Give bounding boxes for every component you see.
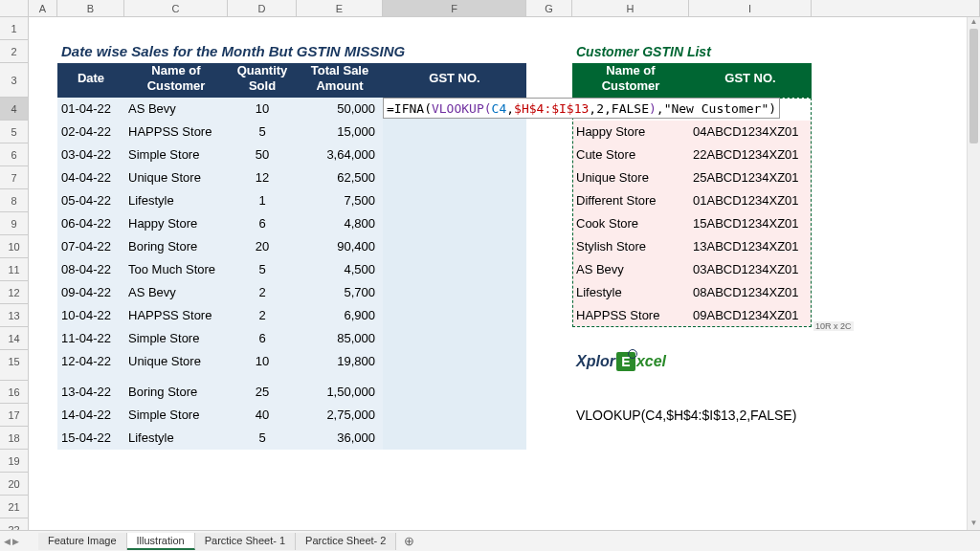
cell-I1[interactable] xyxy=(689,17,812,40)
cell-A18[interactable] xyxy=(29,427,57,450)
cell-F7[interactable] xyxy=(383,166,526,189)
cell-E18[interactable]: 36,000 xyxy=(297,427,383,450)
cell-G15[interactable] xyxy=(526,350,572,381)
cell-C8[interactable]: Lifestyle xyxy=(124,189,228,212)
col-header-G[interactable]: G xyxy=(526,0,572,16)
cell-C10[interactable]: Boring Store xyxy=(124,235,228,258)
cell-I8[interactable]: 01ABCD1234XZ01 xyxy=(689,189,812,212)
cell-E8[interactable]: 7,500 xyxy=(297,189,383,212)
cell-B18[interactable]: 15-04-22 xyxy=(57,427,124,450)
cell-C6[interactable]: Simple Store xyxy=(124,143,228,166)
cell-D17[interactable]: 40 xyxy=(228,404,297,427)
cell-G14[interactable] xyxy=(526,327,572,350)
row-header-8[interactable]: 8 xyxy=(0,189,29,212)
cell-D5[interactable]: 5 xyxy=(228,121,297,143)
cell-E2[interactable] xyxy=(297,40,383,63)
cell-B14[interactable]: 11-04-22 xyxy=(57,327,124,350)
cell-B21[interactable] xyxy=(57,496,124,518)
cell-C9[interactable]: Happy Store xyxy=(124,212,228,235)
cell-B8[interactable]: 05-04-22 xyxy=(57,189,124,212)
cell-C19[interactable] xyxy=(124,450,228,473)
cell-C2[interactable] xyxy=(124,40,228,63)
sheet-tab[interactable]: Parctice Sheet- 1 xyxy=(195,533,296,550)
sheet-tab[interactable]: Illustration xyxy=(127,533,195,550)
scroll-thumb[interactable] xyxy=(969,29,978,143)
cell-A12[interactable] xyxy=(29,281,57,304)
cell-H20[interactable] xyxy=(572,473,689,496)
cell-G5[interactable] xyxy=(526,121,572,143)
cell-I14[interactable] xyxy=(689,327,812,350)
cell-I13[interactable]: 09ABCD1234XZ01 xyxy=(689,304,812,327)
add-sheet-button[interactable]: ⊕ xyxy=(396,532,422,550)
cell-E17[interactable]: 2,75,000 xyxy=(297,404,383,427)
cell-F13[interactable] xyxy=(383,304,526,327)
cell-D15[interactable]: 10 xyxy=(228,350,297,381)
cell-F20[interactable] xyxy=(383,473,526,496)
cell-I19[interactable] xyxy=(689,450,812,473)
cell-H13[interactable]: HAPPSS Store xyxy=(572,304,689,327)
cell-C14[interactable]: Simple Store xyxy=(124,327,228,350)
cell-G17[interactable] xyxy=(526,404,572,427)
col-header-H[interactable]: H xyxy=(572,0,689,16)
col-header-F[interactable]: F xyxy=(383,0,526,16)
cell-G11[interactable] xyxy=(526,258,572,281)
cell-A2[interactable] xyxy=(29,40,57,63)
cell-I9[interactable]: 15ABCD1234XZ01 xyxy=(689,212,812,235)
cell-D7[interactable]: 12 xyxy=(228,166,297,189)
cell-H7[interactable]: Unique Store xyxy=(572,166,689,189)
cell-D6[interactable]: 50 xyxy=(228,143,297,166)
cell-B13[interactable]: 10-04-22 xyxy=(57,304,124,327)
row-header-16[interactable]: 16 xyxy=(0,381,29,404)
cell-F5[interactable] xyxy=(383,121,526,143)
cell-I18[interactable] xyxy=(689,427,812,450)
row-header-2[interactable]: 2 xyxy=(0,40,29,63)
cell-F21[interactable] xyxy=(383,496,526,518)
row-header-19[interactable]: 19 xyxy=(0,450,29,473)
cell-I11[interactable]: 03ABCD1234XZ01 xyxy=(689,258,812,281)
cell-G2[interactable] xyxy=(526,40,572,63)
cell-B3[interactable]: Date xyxy=(57,63,124,98)
cell-H14[interactable] xyxy=(572,327,689,350)
cell-I7[interactable]: 25ABCD1234XZ01 xyxy=(689,166,812,189)
sheet-tab[interactable]: Parctice Sheet- 2 xyxy=(296,533,396,550)
cell-D18[interactable]: 5 xyxy=(228,427,297,450)
row-header-21[interactable]: 21 xyxy=(0,496,29,518)
row-header-18[interactable]: 18 xyxy=(0,427,29,450)
cell-F9[interactable] xyxy=(383,212,526,235)
cell-G18[interactable] xyxy=(526,427,572,450)
cell-I15[interactable] xyxy=(689,350,812,381)
cell-H9[interactable]: Cook Store xyxy=(572,212,689,235)
cell-D21[interactable] xyxy=(228,496,297,518)
cell-H18[interactable] xyxy=(572,427,689,450)
cell-G19[interactable] xyxy=(526,450,572,473)
cell-C7[interactable]: Unique Store xyxy=(124,166,228,189)
cell-F11[interactable] xyxy=(383,258,526,281)
cell-C17[interactable]: Simple Store xyxy=(124,404,228,427)
cell-G6[interactable] xyxy=(526,143,572,166)
cell-D13[interactable]: 2 xyxy=(228,304,297,327)
cell-G9[interactable] xyxy=(526,212,572,235)
cell-B1[interactable] xyxy=(57,17,124,40)
cell-F15[interactable] xyxy=(383,350,526,381)
cell-D11[interactable]: 5 xyxy=(228,258,297,281)
cell-C16[interactable]: Boring Store xyxy=(124,381,228,404)
cell-A11[interactable] xyxy=(29,258,57,281)
col-header-A[interactable]: A xyxy=(29,0,57,16)
cell-E20[interactable] xyxy=(297,473,383,496)
cell-A6[interactable] xyxy=(29,143,57,166)
cell-E10[interactable]: 90,400 xyxy=(297,235,383,258)
cell-A21[interactable] xyxy=(29,496,57,518)
cell-C12[interactable]: AS Bevy xyxy=(124,281,228,304)
cell-C1[interactable] xyxy=(124,17,228,40)
cell-E11[interactable]: 4,500 xyxy=(297,258,383,281)
cell-G8[interactable] xyxy=(526,189,572,212)
row-header-15[interactable]: 15 xyxy=(0,350,29,381)
cell-E19[interactable] xyxy=(297,450,383,473)
cell-F3[interactable]: GST NO. xyxy=(383,63,526,98)
cell-D1[interactable] xyxy=(228,17,297,40)
cell-A20[interactable] xyxy=(29,473,57,496)
cell-B12[interactable]: 09-04-22 xyxy=(57,281,124,304)
row-header-14[interactable]: 14 xyxy=(0,327,29,350)
cell-H3[interactable]: Name ofCustomer xyxy=(572,63,689,98)
cell-A7[interactable] xyxy=(29,166,57,189)
